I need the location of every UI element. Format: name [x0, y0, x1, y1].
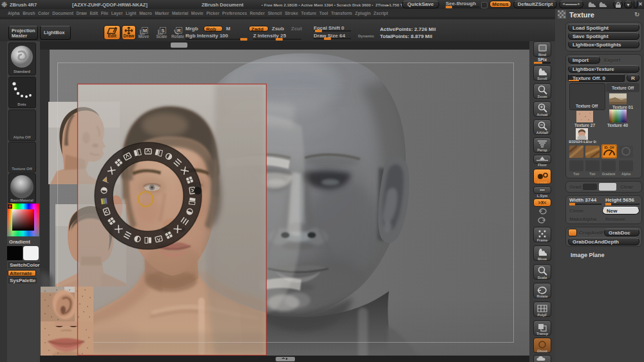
- svg-text:R: R: [177, 28, 181, 33]
- svg-text:Texture Off: Texture Off: [12, 167, 33, 171]
- svg-text:BasicMaterial: BasicMaterial: [10, 198, 33, 202]
- svg-text:M: M: [142, 28, 147, 33]
- svg-text:Standard: Standard: [14, 70, 30, 73]
- svg-text:S: S: [161, 28, 165, 33]
- svg-text:ID: Off: ID: Off: [604, 146, 614, 149]
- svg-text:Dots: Dots: [17, 102, 26, 106]
- svg-text:Alpha Off: Alpha Off: [14, 135, 32, 139]
